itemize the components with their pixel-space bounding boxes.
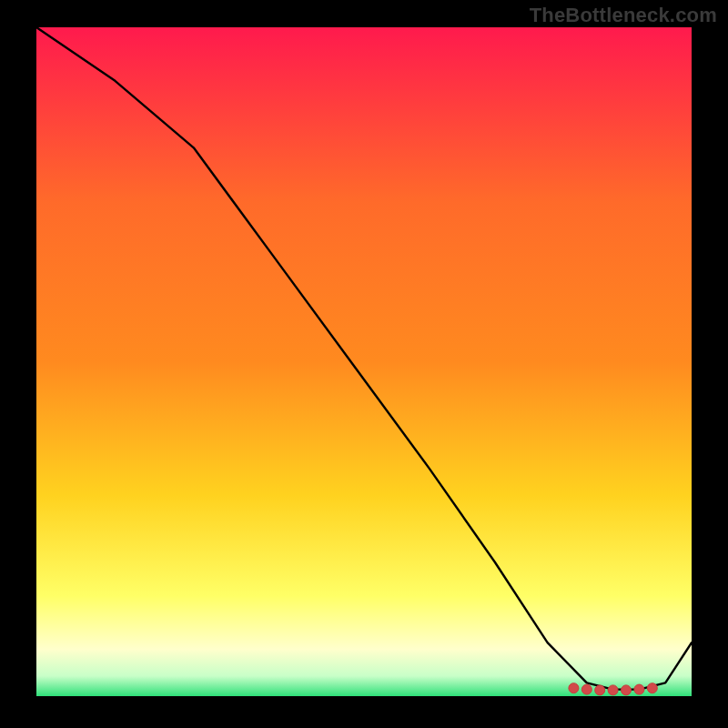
plot-frame [36, 27, 692, 696]
marker-point [608, 685, 618, 695]
marker-point [622, 685, 632, 695]
marker-point [634, 684, 644, 694]
gradient-background [36, 27, 692, 696]
plot-area [36, 27, 692, 696]
chart-svg [36, 27, 692, 696]
marker-point [647, 683, 657, 693]
marker-point [595, 685, 605, 695]
marker-point [569, 683, 579, 693]
watermark-text: TheBottleneck.com [530, 4, 717, 27]
chart-stage: TheBottleneck.com [0, 0, 728, 728]
marker-point [581, 684, 592, 694]
